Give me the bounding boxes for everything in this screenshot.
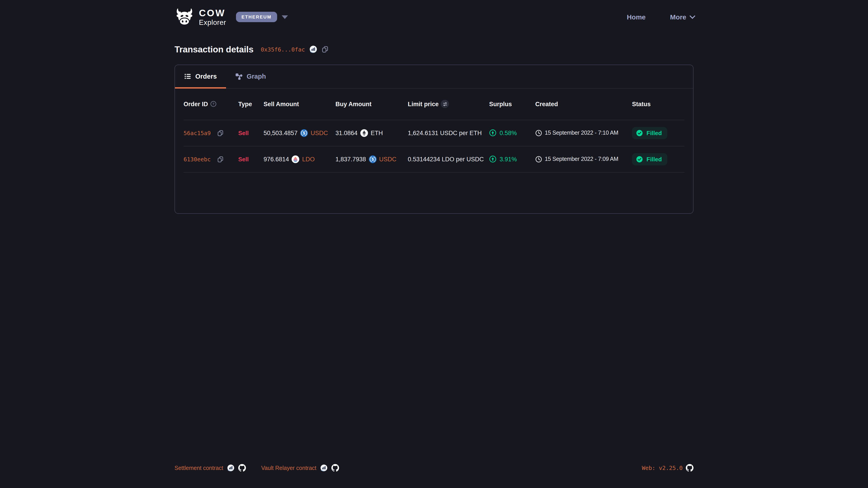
col-status-label: Status	[632, 101, 651, 107]
surplus-value: 0.58%	[500, 129, 517, 136]
svg-text:$: $	[303, 131, 305, 135]
status-badge: Filled	[632, 127, 667, 139]
col-limit-price: Limit price	[408, 100, 489, 108]
footer-links: Settlement contract	[175, 464, 339, 472]
usdc-icon: $	[369, 155, 376, 163]
svg-text:$: $	[371, 157, 374, 161]
created-value: 15 September 2022 - 7:10 AM	[545, 130, 618, 136]
type-cell: Sell	[238, 156, 264, 162]
col-order-id: Order ID ?	[184, 101, 238, 107]
created-cell: 15 September 2022 - 7:09 AM	[535, 156, 632, 162]
col-order-id-label: Order ID	[184, 101, 208, 107]
sell-amount-value: 976.6814	[264, 156, 289, 162]
check-circle-icon	[636, 129, 643, 136]
nav-item-home[interactable]: Home	[627, 13, 646, 21]
main-nav: Home More	[627, 13, 693, 21]
col-buy-amount: Buy Amount	[336, 101, 408, 107]
graph-icon	[235, 72, 243, 80]
etherscan-icon[interactable]	[309, 45, 317, 53]
created-cell: 15 September 2022 - 7:10 AM	[535, 129, 632, 136]
github-icon[interactable]	[238, 464, 246, 472]
sell-token-link[interactable]: USDC	[311, 129, 328, 136]
settlement-contract-link[interactable]: Settlement contract	[175, 465, 223, 471]
col-created-label: Created	[535, 101, 558, 107]
status-cell: Filled	[632, 153, 685, 165]
chevron-down-icon	[281, 15, 288, 19]
github-icon[interactable]	[686, 464, 693, 472]
status-badge: Filled	[632, 153, 667, 165]
network-badge[interactable]: ETHEREUM	[236, 12, 277, 22]
col-type-label: Type	[238, 101, 252, 107]
logo-title: COW	[199, 8, 226, 18]
nav-item-more[interactable]: More	[670, 13, 693, 21]
footer: Settlement contract	[0, 464, 868, 472]
tx-hash-group: 0x35f6...0fac	[261, 45, 329, 53]
order-id-cell: 6130eebc	[184, 156, 238, 162]
etherscan-icon[interactable]	[320, 464, 328, 472]
order-row: 56ac15a9 Sell 50,503.4857 $	[184, 120, 684, 146]
etherscan-icon[interactable]	[227, 464, 235, 472]
check-circle-icon	[636, 156, 643, 162]
col-sell-amount: Sell Amount	[264, 101, 336, 107]
tab-orders[interactable]: Orders	[175, 65, 226, 88]
logo-subtitle: Explorer	[199, 19, 226, 26]
web-version-group: Web: v2.25.0	[642, 464, 693, 472]
github-icon[interactable]	[331, 464, 339, 472]
clock-icon	[535, 156, 542, 162]
ldo-icon	[292, 155, 300, 163]
clock-icon	[535, 129, 542, 136]
limit-price-cell: 0.53144234 LDO per USDC	[408, 156, 489, 162]
buy-token-label: ETH	[371, 129, 383, 136]
col-buy-amount-label: Buy Amount	[336, 101, 372, 107]
limit-price-value: 1,624.6131 USDC per ETH	[408, 129, 482, 136]
orders-card: Orders Graph Order ID	[175, 64, 693, 214]
type-cell: Sell	[238, 129, 264, 136]
status-cell: Filled	[632, 127, 685, 139]
svg-text:?: ?	[212, 102, 214, 106]
help-icon[interactable]: ?	[210, 101, 217, 107]
col-sell-amount-label: Sell Amount	[264, 101, 299, 107]
arrow-up-circle-icon	[489, 156, 496, 163]
logo-wordmark: COW Explorer	[199, 8, 226, 26]
chevron-down-icon	[690, 13, 695, 19]
eth-icon	[360, 129, 368, 137]
buy-amount-cell: 1,837.7938 $ USDC	[336, 155, 408, 163]
order-id-link[interactable]: 6130eebc	[184, 156, 211, 162]
surplus-cell: 3.91%	[489, 156, 535, 163]
explorer-app: COW Explorer ETHEREUM Home More Transact…	[0, 0, 868, 488]
title-row: Transaction details 0x35f6...0fac	[175, 44, 693, 55]
col-surplus: Surplus	[489, 101, 535, 107]
copy-icon[interactable]	[217, 129, 224, 136]
vault-relayer-contract-link[interactable]: Vault Relayer contract	[261, 465, 316, 471]
table-header-row: Order ID ? Type Sell Amount Buy Amount L…	[184, 88, 684, 120]
buy-token-link[interactable]: USDC	[379, 156, 397, 162]
order-type: Sell	[238, 129, 249, 136]
created-value: 15 September 2022 - 7:09 AM	[545, 156, 618, 162]
order-type: Sell	[238, 156, 249, 162]
order-id-link[interactable]: 56ac15a9	[184, 129, 211, 136]
list-icon	[184, 73, 191, 80]
tx-hash-link[interactable]: 0x35f6...0fac	[261, 46, 305, 53]
sell-token-link[interactable]: LDO	[302, 156, 315, 162]
web-version-link[interactable]: Web: v2.25.0	[642, 464, 683, 471]
swap-icon[interactable]	[441, 100, 449, 108]
cow-explorer-logo[interactable]: COW Explorer	[175, 8, 226, 26]
surplus-cell: 0.58%	[489, 129, 535, 136]
col-status: Status	[632, 101, 685, 107]
copy-icon[interactable]	[217, 156, 224, 162]
col-created: Created	[535, 101, 632, 107]
buy-amount-cell: 31.0864 ETH	[336, 129, 408, 137]
nav-more-label: More	[670, 13, 686, 21]
sell-amount-cell: 50,503.4857 $ USDC	[264, 129, 336, 137]
surplus-value: 3.91%	[500, 156, 517, 162]
tab-graph[interactable]: Graph	[226, 65, 275, 88]
limit-price-value: 0.53144234 LDO per USDC	[408, 156, 484, 162]
col-type: Type	[238, 101, 264, 107]
network-selector[interactable]: ETHEREUM	[236, 12, 288, 22]
orders-table: Order ID ? Type Sell Amount Buy Amount L…	[175, 88, 693, 172]
copy-icon[interactable]	[321, 46, 329, 53]
limit-price-cell: 1,624.6131 USDC per ETH	[408, 129, 489, 136]
status-label: Filled	[647, 156, 662, 162]
vault-relayer-contract-group: Vault Relayer contract	[261, 464, 339, 472]
order-row: 6130eebc Sell 976.6814	[184, 146, 684, 172]
